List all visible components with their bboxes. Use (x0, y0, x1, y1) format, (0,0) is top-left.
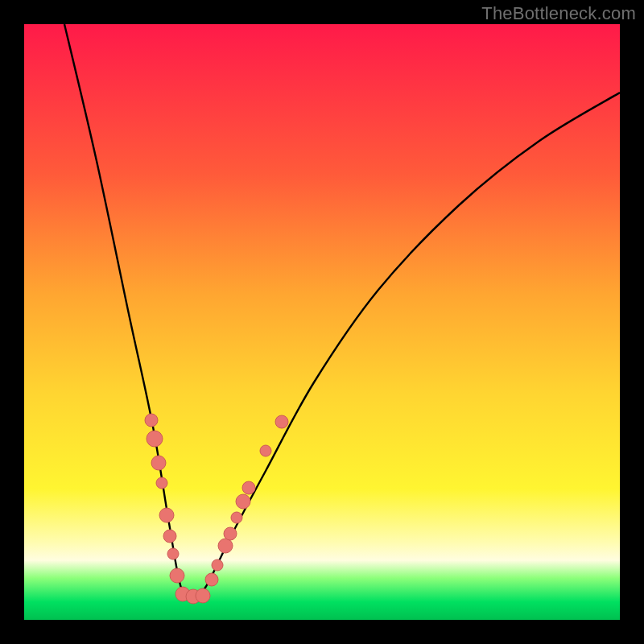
data-bead (212, 559, 223, 571)
data-bead (236, 494, 250, 509)
data-bead (218, 539, 233, 553)
data-bead (196, 588, 210, 603)
data-bead (159, 508, 174, 522)
data-bead (242, 481, 255, 494)
chart-plot-area (24, 24, 620, 620)
data-bead (224, 527, 237, 540)
bottleneck-curve (64, 24, 620, 596)
data-bead (167, 548, 179, 559)
beads-group (145, 414, 288, 604)
data-bead (163, 530, 176, 543)
chart-frame: TheBottleneck.com (0, 0, 644, 644)
data-bead (231, 512, 242, 523)
data-bead (275, 415, 288, 428)
bottleneck-curve-svg (24, 24, 620, 620)
data-bead (147, 431, 163, 447)
watermark-text: TheBottleneck.com (481, 3, 636, 24)
data-bead (156, 477, 167, 489)
data-bead (170, 568, 184, 583)
data-bead (205, 573, 218, 586)
data-bead (260, 445, 271, 456)
data-bead (151, 456, 166, 470)
data-bead (145, 414, 158, 427)
